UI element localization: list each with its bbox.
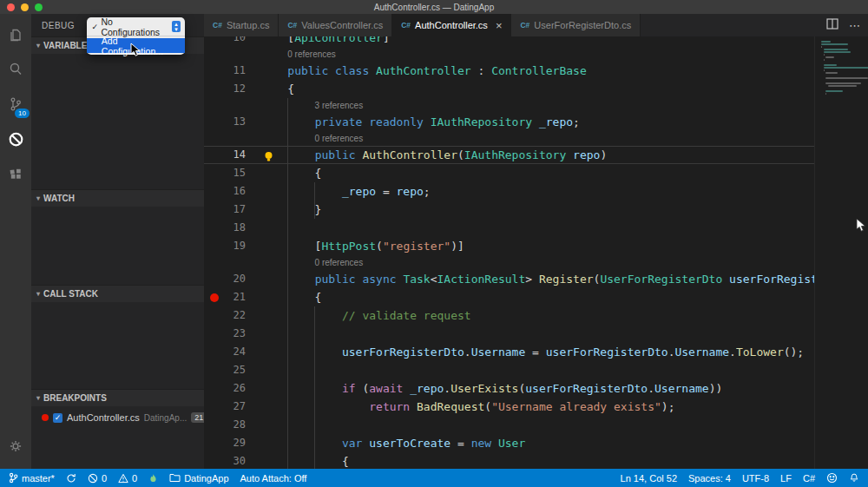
line-number[interactable]: 19 <box>233 240 246 252</box>
line-number[interactable]: 20 <box>233 273 246 285</box>
line-number[interactable]: 23 <box>233 327 246 339</box>
code-line[interactable]: 12 { <box>204 80 868 98</box>
line-gutter[interactable]: 25 <box>204 361 260 379</box>
code-line[interactable]: 28 <box>204 416 868 434</box>
status-0[interactable]: 0 <box>118 473 137 484</box>
line-gutter[interactable]: 18 <box>204 219 260 237</box>
line-gutter[interactable]: 26 <box>204 379 260 398</box>
minimize-window-button[interactable] <box>21 3 29 11</box>
code-line[interactable]: 16 _repo = repo; <box>204 182 868 201</box>
status-sync-icon[interactable] <box>66 473 76 484</box>
code-line[interactable]: 23 <box>204 325 868 343</box>
status-smiley-icon[interactable] <box>826 472 838 484</box>
line-number[interactable]: 12 <box>233 82 246 95</box>
status-utf-8[interactable]: UTF-8 <box>742 473 769 484</box>
codelens-references[interactable]: 3 references <box>204 98 868 113</box>
checkbox-checked-icon[interactable]: ✓ <box>53 413 62 423</box>
line-gutter[interactable]: 19 <box>204 237 260 255</box>
line-number[interactable]: 14 <box>233 148 246 161</box>
title-bar[interactable]: AuthController.cs — DatingApp <box>0 0 868 14</box>
code-line[interactable]: 19 [HttpPost("register")] <box>204 237 868 255</box>
line-number[interactable]: 16 <box>233 185 246 197</box>
breakpoint-icon[interactable] <box>210 293 219 302</box>
status-master[interactable]: master* <box>9 472 55 484</box>
tab-authcontroller-cs[interactable]: C#AuthController.cs× <box>392 14 511 36</box>
line-number[interactable]: 22 <box>233 309 246 321</box>
line-number[interactable]: 28 <box>233 418 246 431</box>
code-line[interactable]: 18 <box>204 219 868 237</box>
status-lf[interactable]: LF <box>780 473 792 484</box>
line-number[interactable]: 10 <box>233 36 246 43</box>
tab-valuescontroller-cs[interactable]: C#ValuesController.cs <box>279 14 392 36</box>
line-number[interactable]: 26 <box>233 382 246 394</box>
line-gutter[interactable]: 16 <box>204 182 260 201</box>
explorer-icon[interactable] <box>0 17 31 52</box>
code-line[interactable]: 17 } <box>204 201 868 219</box>
line-gutter[interactable]: 15 <box>204 164 260 182</box>
code-line[interactable]: 13 private readonly IAuthRepository _rep… <box>204 113 868 131</box>
code-line[interactable]: 20 public async Task<IActionResult> Regi… <box>204 270 868 288</box>
line-gutter[interactable]: 11 <box>204 62 260 80</box>
line-gutter[interactable]: 30 <box>204 452 260 469</box>
tab-userforregisterdto-cs[interactable]: C#UserForRegisterDto.cs <box>511 14 641 36</box>
code-line[interactable]: 22 // validate request <box>204 306 868 325</box>
extensions-icon[interactable] <box>0 156 31 191</box>
search-icon[interactable] <box>0 52 31 87</box>
breakpoint-item[interactable]: ✓AuthController.csDatingAp...21 <box>31 408 204 427</box>
line-gutter[interactable]: 23 <box>204 325 260 343</box>
status-spaces-4[interactable]: Spaces: 4 <box>688 473 731 484</box>
line-number[interactable]: 15 <box>233 167 246 179</box>
settings-gear-icon[interactable] <box>0 429 31 464</box>
codelens-references[interactable]: 0 references <box>204 255 868 270</box>
line-gutter[interactable]: 29 <box>204 434 260 452</box>
status-c[interactable]: C# <box>803 473 815 484</box>
line-gutter[interactable]: 14 <box>204 146 260 164</box>
code-line[interactable]: 24 userForRegisterDto.Username = userFor… <box>204 343 868 361</box>
code-line[interactable]: 14 public AuthController(IAuthRepository… <box>204 146 868 164</box>
line-gutter[interactable]: 22 <box>204 306 260 325</box>
line-gutter[interactable]: 10 <box>204 36 260 47</box>
line-gutter[interactable]: 17 <box>204 201 260 219</box>
line-gutter[interactable]: 27 <box>204 398 260 416</box>
minimap[interactable] <box>814 36 868 469</box>
line-number[interactable]: 18 <box>233 221 246 234</box>
code-line[interactable]: 27 return BadRequest("Username already e… <box>204 398 868 416</box>
code-line[interactable]: 25 <box>204 361 868 379</box>
more-actions-icon[interactable]: ⋯ <box>849 19 861 32</box>
codelens-references[interactable]: 0 references <box>204 131 868 146</box>
zoom-window-button[interactable] <box>35 3 43 11</box>
status-auto-attach-off[interactable]: Auto Attach: Off <box>240 473 307 484</box>
split-editor-icon[interactable] <box>826 17 838 33</box>
tab-startup-cs[interactable]: C#Startup.cs <box>204 14 279 36</box>
line-gutter[interactable]: 20 <box>204 270 260 288</box>
line-gutter[interactable]: 12 <box>204 80 260 98</box>
section-header-call-stack[interactable]: ▾CALL STACK <box>31 285 204 302</box>
status-ln-14-col-52[interactable]: Ln 14, Col 52 <box>621 473 677 484</box>
line-number[interactable]: 21 <box>233 291 246 303</box>
line-number[interactable]: 24 <box>233 346 246 358</box>
code-area[interactable]: 10 [ApiController]0 references11 public … <box>204 36 868 469</box>
line-gutter[interactable]: 21 <box>204 288 260 306</box>
line-number[interactable]: 11 <box>233 64 246 76</box>
line-number[interactable]: 17 <box>233 203 246 215</box>
source-control-icon[interactable]: 10 <box>0 87 31 122</box>
section-header-breakpoints[interactable]: ▾BREAKPOINTS <box>31 389 204 406</box>
status-bell-icon[interactable] <box>849 472 859 484</box>
code-line[interactable]: 10 [ApiController] <box>204 36 868 47</box>
line-number[interactable]: 25 <box>233 364 246 376</box>
line-gutter[interactable]: 24 <box>204 343 260 361</box>
line-gutter[interactable]: 13 <box>204 113 260 131</box>
status-datingapp[interactable]: DatingApp <box>169 473 228 484</box>
code-line[interactable]: 11 public class AuthController : Control… <box>204 62 868 80</box>
close-icon[interactable]: × <box>496 19 503 32</box>
status-0[interactable]: 0 <box>88 473 107 484</box>
line-number[interactable]: 29 <box>233 437 246 449</box>
line-gutter[interactable]: 28 <box>204 416 260 434</box>
code-line[interactable]: 15 { <box>204 164 868 182</box>
menu-item-no-configurations[interactable]: ✓No Configurations▲▼ <box>87 19 185 34</box>
close-window-button[interactable] <box>7 3 15 11</box>
code-line[interactable]: 26 if (await _repo.UserExists(userForReg… <box>204 379 868 398</box>
line-number[interactable]: 30 <box>233 455 246 467</box>
codelens-references[interactable]: 0 references <box>204 47 868 62</box>
section-header-watch[interactable]: ▾WATCH <box>31 189 204 207</box>
